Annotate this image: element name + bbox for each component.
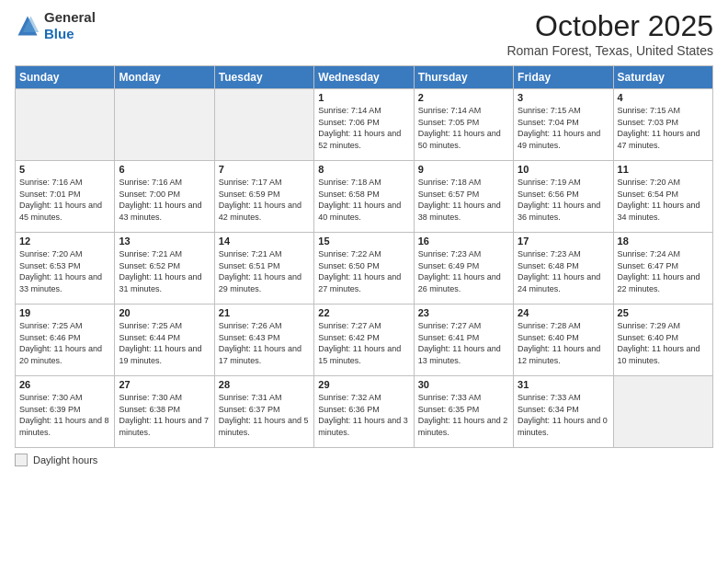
calendar-cell: 30Sunrise: 7:33 AMSunset: 6:35 PMDayligh… — [414, 376, 513, 448]
logo-general-text: General — [44, 9, 96, 25]
day-info: Sunrise: 7:23 AMSunset: 6:49 PMDaylight:… — [418, 248, 509, 294]
day-info: Sunrise: 7:14 AMSunset: 7:05 PMDaylight:… — [418, 105, 509, 151]
day-number: 9 — [418, 164, 509, 175]
day-number: 21 — [219, 307, 310, 318]
day-number: 14 — [219, 236, 310, 247]
calendar-cell: 26Sunrise: 7:30 AMSunset: 6:39 PMDayligh… — [16, 376, 115, 448]
calendar-cell: 13Sunrise: 7:21 AMSunset: 6:52 PMDayligh… — [115, 233, 214, 304]
day-info: Sunrise: 7:33 AMSunset: 6:35 PMDaylight:… — [418, 392, 509, 438]
calendar-cell: 17Sunrise: 7:23 AMSunset: 6:48 PMDayligh… — [514, 233, 613, 304]
legend: Daylight hours — [15, 454, 713, 466]
day-number: 8 — [318, 164, 409, 175]
day-info: Sunrise: 7:14 AMSunset: 7:06 PMDaylight:… — [318, 105, 409, 151]
day-number: 5 — [19, 164, 110, 175]
day-info: Sunrise: 7:21 AMSunset: 6:51 PMDaylight:… — [219, 248, 310, 294]
day-number: 19 — [19, 307, 110, 318]
calendar-week-2: 12Sunrise: 7:20 AMSunset: 6:53 PMDayligh… — [16, 233, 713, 304]
calendar-cell: 24Sunrise: 7:28 AMSunset: 6:40 PMDayligh… — [514, 304, 613, 376]
col-monday: Monday — [115, 66, 214, 89]
calendar-cell: 16Sunrise: 7:23 AMSunset: 6:49 PMDayligh… — [414, 233, 513, 304]
calendar-cell: 7Sunrise: 7:17 AMSunset: 6:59 PMDaylight… — [214, 161, 313, 233]
col-sunday: Sunday — [16, 66, 115, 89]
calendar-cell: 18Sunrise: 7:24 AMSunset: 6:47 PMDayligh… — [613, 233, 712, 304]
day-number: 30 — [418, 379, 509, 390]
page-header: General Blue October 2025 Roman Forest, … — [15, 9, 713, 58]
day-info: Sunrise: 7:32 AMSunset: 6:36 PMDaylight:… — [318, 392, 409, 438]
calendar-cell — [613, 376, 712, 448]
day-number: 15 — [318, 236, 409, 247]
calendar-week-4: 26Sunrise: 7:30 AMSunset: 6:39 PMDayligh… — [16, 376, 713, 448]
day-number: 28 — [219, 379, 310, 390]
calendar-cell: 25Sunrise: 7:29 AMSunset: 6:40 PMDayligh… — [613, 304, 712, 376]
day-number: 1 — [318, 92, 409, 103]
day-number: 27 — [119, 379, 210, 390]
col-saturday: Saturday — [613, 66, 712, 89]
day-info: Sunrise: 7:30 AMSunset: 6:38 PMDaylight:… — [119, 392, 210, 438]
day-info: Sunrise: 7:15 AMSunset: 7:03 PMDaylight:… — [618, 105, 709, 151]
day-number: 31 — [518, 379, 609, 390]
calendar-cell: 19Sunrise: 7:25 AMSunset: 6:46 PMDayligh… — [16, 304, 115, 376]
calendar-cell: 9Sunrise: 7:18 AMSunset: 6:57 PMDaylight… — [414, 161, 513, 233]
logo-blue-text: Blue — [44, 26, 74, 41]
calendar-cell: 4Sunrise: 7:15 AMSunset: 7:03 PMDaylight… — [613, 89, 712, 161]
day-info: Sunrise: 7:21 AMSunset: 6:52 PMDaylight:… — [119, 248, 210, 294]
calendar-cell: 8Sunrise: 7:18 AMSunset: 6:58 PMDaylight… — [314, 161, 414, 233]
day-number: 10 — [518, 164, 609, 175]
day-info: Sunrise: 7:26 AMSunset: 6:43 PMDaylight:… — [219, 320, 310, 366]
calendar-cell: 27Sunrise: 7:30 AMSunset: 6:38 PMDayligh… — [115, 376, 214, 448]
day-info: Sunrise: 7:20 AMSunset: 6:53 PMDaylight:… — [19, 248, 110, 294]
day-info: Sunrise: 7:30 AMSunset: 6:39 PMDaylight:… — [19, 392, 110, 438]
day-number: 17 — [518, 236, 609, 247]
day-number: 29 — [318, 379, 409, 390]
day-info: Sunrise: 7:20 AMSunset: 6:54 PMDaylight:… — [618, 177, 709, 223]
calendar-cell: 5Sunrise: 7:16 AMSunset: 7:01 PMDaylight… — [16, 161, 115, 233]
calendar-cell: 10Sunrise: 7:19 AMSunset: 6:56 PMDayligh… — [514, 161, 613, 233]
calendar-cell: 14Sunrise: 7:21 AMSunset: 6:51 PMDayligh… — [214, 233, 313, 304]
calendar-table: Sunday Monday Tuesday Wednesday Thursday… — [15, 65, 713, 448]
day-number: 13 — [119, 236, 210, 247]
calendar-cell: 6Sunrise: 7:16 AMSunset: 7:00 PMDaylight… — [115, 161, 214, 233]
col-friday: Friday — [514, 66, 613, 89]
day-info: Sunrise: 7:27 AMSunset: 6:41 PMDaylight:… — [418, 320, 509, 366]
day-info: Sunrise: 7:25 AMSunset: 6:44 PMDaylight:… — [119, 320, 210, 366]
calendar-week-1: 5Sunrise: 7:16 AMSunset: 7:01 PMDaylight… — [16, 161, 713, 233]
calendar-week-3: 19Sunrise: 7:25 AMSunset: 6:46 PMDayligh… — [16, 304, 713, 376]
legend-box — [15, 454, 28, 466]
day-info: Sunrise: 7:23 AMSunset: 6:48 PMDaylight:… — [518, 248, 609, 294]
col-wednesday: Wednesday — [314, 66, 414, 89]
calendar-cell: 3Sunrise: 7:15 AMSunset: 7:04 PMDaylight… — [514, 89, 613, 161]
location-subtitle: Roman Forest, Texas, United States — [506, 43, 713, 58]
month-title: October 2025 — [506, 9, 713, 43]
logo: General Blue — [15, 9, 96, 42]
day-number: 26 — [19, 379, 110, 390]
day-number: 23 — [418, 307, 509, 318]
calendar-cell: 15Sunrise: 7:22 AMSunset: 6:50 PMDayligh… — [314, 233, 414, 304]
day-info: Sunrise: 7:31 AMSunset: 6:37 PMDaylight:… — [219, 392, 310, 438]
day-info: Sunrise: 7:17 AMSunset: 6:59 PMDaylight:… — [219, 177, 310, 223]
day-info: Sunrise: 7:16 AMSunset: 7:00 PMDaylight:… — [119, 177, 210, 223]
title-block: October 2025 Roman Forest, Texas, United… — [506, 9, 713, 58]
calendar-cell: 28Sunrise: 7:31 AMSunset: 6:37 PMDayligh… — [214, 376, 313, 448]
day-info: Sunrise: 7:19 AMSunset: 6:56 PMDaylight:… — [518, 177, 609, 223]
day-number: 16 — [418, 236, 509, 247]
day-number: 4 — [618, 92, 709, 103]
col-thursday: Thursday — [414, 66, 513, 89]
logo-icon — [15, 13, 40, 39]
day-info: Sunrise: 7:24 AMSunset: 6:47 PMDaylight:… — [618, 248, 709, 294]
calendar-cell — [115, 89, 214, 161]
calendar-cell: 23Sunrise: 7:27 AMSunset: 6:41 PMDayligh… — [414, 304, 513, 376]
day-number: 18 — [618, 236, 709, 247]
calendar-cell: 21Sunrise: 7:26 AMSunset: 6:43 PMDayligh… — [214, 304, 313, 376]
day-number: 25 — [618, 307, 709, 318]
day-info: Sunrise: 7:28 AMSunset: 6:40 PMDaylight:… — [518, 320, 609, 366]
calendar-cell: 20Sunrise: 7:25 AMSunset: 6:44 PMDayligh… — [115, 304, 214, 376]
page-container: General Blue October 2025 Roman Forest, … — [0, 0, 728, 476]
day-number: 2 — [418, 92, 509, 103]
day-info: Sunrise: 7:16 AMSunset: 7:01 PMDaylight:… — [19, 177, 110, 223]
day-info: Sunrise: 7:29 AMSunset: 6:40 PMDaylight:… — [618, 320, 709, 366]
day-info: Sunrise: 7:25 AMSunset: 6:46 PMDaylight:… — [19, 320, 110, 366]
calendar-cell: 1Sunrise: 7:14 AMSunset: 7:06 PMDaylight… — [314, 89, 414, 161]
day-number: 20 — [119, 307, 210, 318]
calendar-cell: 31Sunrise: 7:33 AMSunset: 6:34 PMDayligh… — [514, 376, 613, 448]
calendar-cell: 29Sunrise: 7:32 AMSunset: 6:36 PMDayligh… — [314, 376, 414, 448]
